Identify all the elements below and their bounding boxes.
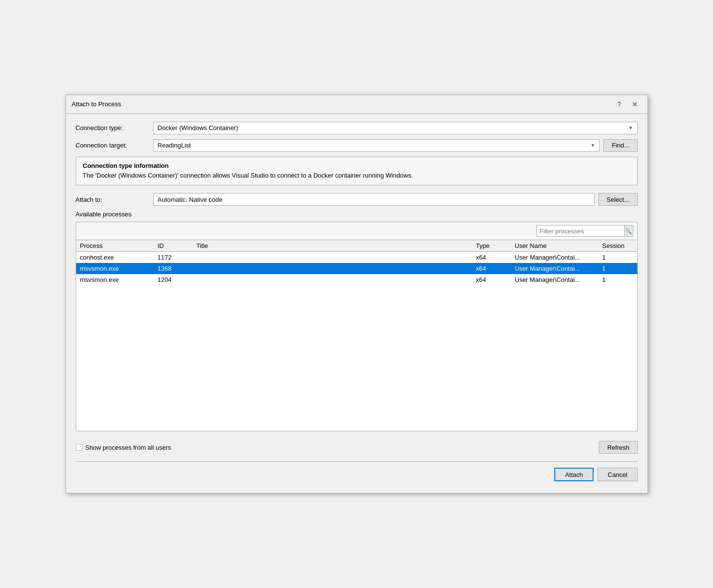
cancel-button[interactable]: Cancel [597, 468, 637, 481]
col-header-username: User Name [511, 240, 598, 252]
cell-process-1: msvsmon.exe [76, 263, 154, 274]
col-header-id: ID [154, 240, 193, 252]
cell-title-0 [193, 252, 472, 263]
cell-username-1: User Manager\Contai... [511, 263, 598, 274]
cell-process-0: conhost.exe [76, 252, 154, 263]
divider [76, 461, 638, 462]
filter-bar: 🔍 [76, 222, 637, 240]
empty-rows-area [76, 285, 637, 431]
cell-type-1: x64 [472, 263, 511, 274]
table-row[interactable]: conhost.exe1172x64User Manager\Contai...… [76, 252, 637, 263]
table-row[interactable]: msvsmon.exe1204x64User Manager\Contai...… [76, 274, 637, 285]
connection-type-label: Connection type: [76, 124, 153, 131]
attach-button[interactable]: Attach [554, 468, 594, 481]
connection-target-select[interactable]: ReadingList ▼ [153, 139, 600, 152]
dialog-body: Connection type: Docker (Windows Contain… [66, 114, 647, 493]
connection-type-value: Docker (Windows Container) [158, 124, 238, 131]
connection-target-label: Connection target: [76, 142, 153, 149]
cell-title-1 [193, 263, 472, 274]
table-header-row: Process ID Title Type User Name Session [76, 240, 637, 252]
connection-target-value: ReadingList [158, 142, 191, 149]
cell-username-2: User Manager\Contai... [511, 274, 598, 285]
filter-input[interactable] [537, 227, 624, 236]
processes-container: 🔍 Process ID Title Type User Name Sessio… [76, 222, 638, 431]
attach-to-value: Automatic: Native code [158, 196, 223, 203]
connection-type-arrow-icon: ▼ [629, 125, 633, 131]
cell-session-1: 1 [598, 263, 637, 274]
title-bar-controls: ? ✕ [613, 99, 642, 110]
title-bar: Attach to Process ? ✕ [66, 95, 647, 114]
connection-target-arrow-icon: ▼ [590, 143, 595, 148]
show-all-users-checkbox[interactable] [76, 444, 83, 451]
cell-id-2: 1204 [154, 274, 193, 285]
cell-id-0: 1172 [154, 252, 193, 263]
connection-type-control: Docker (Windows Container) ▼ [153, 122, 638, 134]
cell-type-2: x64 [472, 274, 511, 285]
connection-target-control: ReadingList ▼ Find... [153, 139, 638, 152]
close-button[interactable]: ✕ [628, 99, 642, 110]
attach-to-process-dialog: Attach to Process ? ✕ Connection type: D… [66, 95, 648, 493]
table-row[interactable]: msvsmon.exe1368x64User Manager\Contai...… [76, 263, 637, 274]
connection-target-row: Connection target: ReadingList ▼ Find... [76, 139, 638, 152]
available-processes-label: Available processes [76, 211, 638, 218]
cell-session-0: 1 [598, 252, 637, 263]
process-table: Process ID Title Type User Name Session … [76, 240, 637, 285]
cell-id-1: 1368 [154, 263, 193, 274]
help-button[interactable]: ? [613, 99, 626, 110]
find-button[interactable]: Find... [603, 139, 637, 152]
dialog-title: Attach to Process [72, 100, 121, 108]
attach-to-control: Automatic: Native code Select... [153, 193, 638, 206]
col-header-session: Session [598, 240, 637, 252]
attach-to-input: Automatic: Native code [153, 193, 595, 206]
col-header-type: Type [472, 240, 511, 252]
info-text: The 'Docker (Windows Container)' connect… [83, 171, 630, 180]
attach-to-row: Attach to: Automatic: Native code Select… [76, 193, 638, 206]
filter-input-wrapper: 🔍 [536, 225, 633, 237]
info-section: Connection type information The 'Docker … [76, 157, 638, 185]
attach-to-label: Attach to: [76, 196, 153, 203]
cell-username-0: User Manager\Contai... [511, 252, 598, 263]
bottom-bar: Show processes from all users Refresh [76, 437, 638, 457]
cell-session-2: 1 [598, 274, 637, 285]
cell-title-2 [193, 274, 472, 285]
connection-type-row: Connection type: Docker (Windows Contain… [76, 122, 638, 134]
cell-type-0: x64 [472, 252, 511, 263]
filter-search-icon[interactable]: 🔍 [624, 226, 633, 236]
connection-type-select[interactable]: Docker (Windows Container) ▼ [153, 122, 638, 134]
show-all-users-checkbox-wrapper[interactable]: Show processes from all users [76, 444, 171, 451]
refresh-button[interactable]: Refresh [599, 441, 638, 454]
select-button[interactable]: Select... [598, 193, 638, 206]
col-header-title: Title [193, 240, 472, 252]
action-buttons: Attach Cancel [76, 464, 638, 485]
col-header-process: Process [76, 240, 154, 252]
cell-process-2: msvsmon.exe [76, 274, 154, 285]
title-bar-left: Attach to Process [72, 100, 121, 108]
show-all-users-label: Show processes from all users [85, 444, 171, 451]
info-title: Connection type information [83, 162, 630, 169]
